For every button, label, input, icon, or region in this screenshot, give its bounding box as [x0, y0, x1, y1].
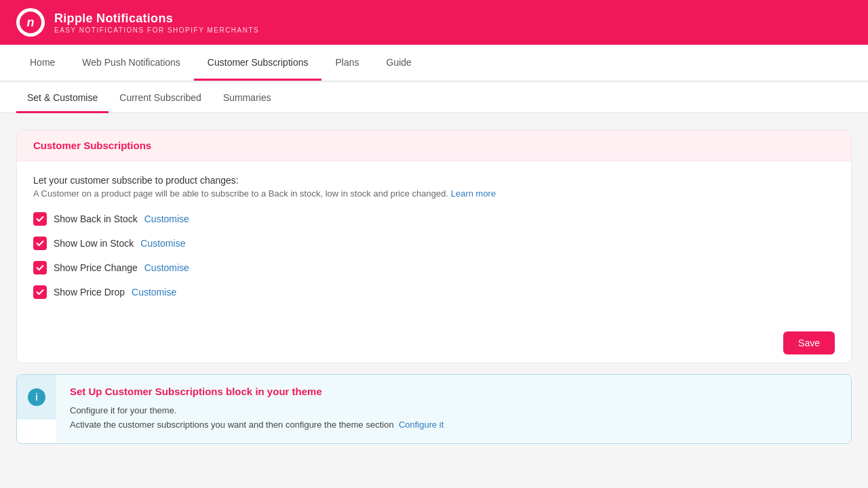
- main-nav: Home Web Push Notifications Customer Sub…: [0, 45, 868, 81]
- label-price-change: Show Price Change: [54, 262, 138, 273]
- card-header: Customer Subscriptions: [17, 130, 851, 161]
- card-body: Let your customer subscribe to product c…: [17, 161, 851, 323]
- card-footer: Save: [17, 323, 851, 363]
- tab-set-customise[interactable]: Set & Customise: [16, 83, 108, 113]
- label-back-in-stock: Show Back in Stock: [54, 214, 138, 224]
- info-card: i Set Up Customer Subscriptions block in…: [16, 374, 852, 444]
- customer-subscriptions-card: Customer Subscriptions Let your customer…: [16, 129, 852, 363]
- learn-more-link[interactable]: Learn more: [451, 188, 496, 199]
- description-main: Let your customer subscribe to product c…: [33, 175, 835, 186]
- nav-item-web-push[interactable]: Web Push Notifications: [68, 45, 193, 81]
- tab-summaries[interactable]: Summaries: [212, 83, 282, 113]
- info-icon-column: i: [17, 375, 56, 420]
- card-title: Customer Subscriptions: [33, 140, 835, 151]
- app-title: Ripple Notifications: [54, 12, 259, 26]
- app-logo: n: [16, 8, 45, 37]
- checkbox-row-price-drop: Show Price Drop Customise: [33, 285, 835, 299]
- app-header: n Ripple Notifications EASY NOTIFICATION…: [0, 0, 868, 45]
- info-title: Set Up Customer Subscriptions block in y…: [70, 386, 837, 397]
- customise-back-in-stock[interactable]: Customise: [144, 214, 189, 224]
- customise-price-change[interactable]: Customise: [144, 262, 189, 273]
- customise-price-drop[interactable]: Customise: [132, 287, 176, 298]
- info-content: Set Up Customer Subscriptions block in y…: [56, 375, 851, 443]
- tab-current-subscribed[interactable]: Current Subscribed: [108, 83, 212, 113]
- save-button[interactable]: Save: [783, 331, 835, 354]
- main-content: Customer Subscriptions Let your customer…: [0, 113, 868, 460]
- info-description: Configure it for your theme. Activate th…: [70, 404, 837, 432]
- checkbox-price-change[interactable]: [33, 261, 47, 274]
- label-low-in-stock: Show Low in Stock: [54, 238, 134, 249]
- sub-tabs: Set & Customise Current Subscribed Summa…: [0, 83, 868, 113]
- nav-item-guide[interactable]: Guide: [373, 45, 425, 81]
- checkbox-price-drop[interactable]: [33, 285, 47, 299]
- description-sub: A Customer on a product page will be abl…: [33, 188, 835, 199]
- checkbox-row-low-in-stock: Show Low in Stock Customise: [33, 237, 835, 250]
- label-price-drop: Show Price Drop: [54, 287, 125, 298]
- nav-item-plans[interactable]: Plans: [321, 45, 372, 81]
- nav-item-home[interactable]: Home: [16, 45, 68, 81]
- configure-it-link[interactable]: Configure it: [399, 420, 443, 430]
- checkbox-row-back-in-stock: Show Back in Stock Customise: [33, 212, 835, 226]
- header-text-group: Ripple Notifications EASY NOTIFICATIONS …: [54, 12, 259, 34]
- customise-low-in-stock[interactable]: Customise: [140, 238, 185, 249]
- info-icon: i: [28, 388, 45, 406]
- checkbox-row-price-change: Show Price Change Customise: [33, 261, 835, 274]
- checkbox-low-in-stock[interactable]: [33, 237, 47, 250]
- checkbox-back-in-stock[interactable]: [33, 212, 47, 226]
- logo-letter: n: [20, 12, 41, 33]
- nav-item-customer-subscriptions[interactable]: Customer Subscriptions: [194, 45, 322, 81]
- app-subtitle: EASY NOTIFICATIONS FOR SHOPIFY MERCHANTS: [54, 26, 259, 34]
